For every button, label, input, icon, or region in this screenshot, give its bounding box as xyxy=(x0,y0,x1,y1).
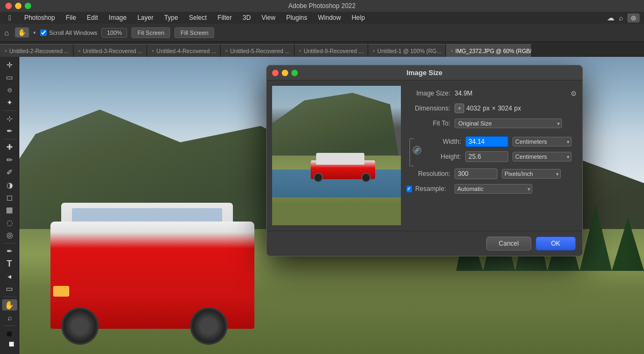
healing-tool[interactable]: ✚ xyxy=(2,142,17,153)
tab-4[interactable]: × Untitled-9-Recovered ... xyxy=(295,44,368,57)
tab-1[interactable]: × Untitled-3-Recovered ... xyxy=(74,44,147,57)
tab-close-6[interactable]: × xyxy=(450,48,453,54)
background-color-swatch[interactable]: ■ xyxy=(4,338,19,350)
resolution-label: Resolution: xyxy=(406,170,455,178)
menu-window[interactable]: Window xyxy=(313,13,345,23)
maximize-button[interactable] xyxy=(25,3,31,9)
history-tool[interactable]: ◑ xyxy=(2,179,17,190)
height-unit-wrapper[interactable]: Centimeters xyxy=(513,152,572,161)
eraser-tool[interactable]: ◻ xyxy=(2,191,17,203)
menu-help[interactable]: Help xyxy=(347,13,369,23)
dimensions-label: Dimensions: xyxy=(406,105,455,112)
height-unit-select[interactable]: Centimeters xyxy=(513,152,572,161)
apple-menu[interactable]:  xyxy=(4,12,16,23)
ok-button[interactable]: OK xyxy=(536,237,576,250)
tab-3[interactable]: × Untitled-5-Recovered ... xyxy=(221,44,294,57)
menu-plugins[interactable]: Plugins xyxy=(282,13,311,23)
window-controls[interactable] xyxy=(5,3,31,9)
tab-close-3[interactable]: × xyxy=(225,48,228,54)
cloud-icon[interactable]: ☁ xyxy=(607,13,614,22)
tab-close-4[interactable]: × xyxy=(299,48,302,54)
hand-dropdown-arrow[interactable]: ▾ xyxy=(33,30,36,35)
image-size-dialog[interactable]: Image Size xyxy=(266,65,583,256)
dodge-tool[interactable]: ◎ xyxy=(2,229,17,240)
dimensions-row: Dimensions: ▾ 4032 px × 3024 px xyxy=(406,101,577,116)
dimensions-chevron[interactable]: ▾ xyxy=(455,104,464,113)
clone-tool[interactable]: ✐ xyxy=(2,167,17,178)
tab-label-3: Untitled-5-Recovered ... xyxy=(230,48,290,54)
dialog-window-controls[interactable] xyxy=(272,70,298,76)
tabs-bar: × Untitled-2-Recovered ... × Untitled-3-… xyxy=(0,42,644,57)
toolbox: ✛ ▭ ⌾ ✦ ⊹ ✒ ✚ ✏ ✐ ◑ ◻ ▦ ◌ ◎ ✒ T ◂ ▭ ✋ ⌕ … xyxy=(0,57,19,354)
menu-file[interactable]: File xyxy=(62,13,80,23)
wh-inputs: Width: Centimeters xyxy=(417,134,577,166)
settings-icon[interactable]: ⚙ xyxy=(570,90,577,98)
fill-screen-button[interactable]: Fill Screen xyxy=(174,27,214,38)
tab-close-0[interactable]: × xyxy=(4,48,7,54)
scroll-all-windows-label[interactable]: Scroll All Windows xyxy=(40,30,97,36)
pen-tool[interactable]: ✒ xyxy=(2,246,17,257)
fit-screen-button[interactable]: Fit Screen xyxy=(131,27,170,38)
tab-close-1[interactable]: × xyxy=(78,48,80,54)
cancel-button[interactable]: Cancel xyxy=(486,237,531,250)
minimize-button[interactable] xyxy=(15,3,21,9)
menu-layer[interactable]: Layer xyxy=(133,13,158,23)
lasso-tool[interactable]: ⌾ xyxy=(2,84,17,95)
resample-checkbox[interactable] xyxy=(406,186,412,193)
shape-tool[interactable]: ▭ xyxy=(2,283,17,294)
link-constraint-icon[interactable]: 🔗 xyxy=(413,146,421,154)
blur-tool[interactable]: ◌ xyxy=(2,217,17,228)
menu-image[interactable]: Image xyxy=(105,13,131,23)
width-input[interactable] xyxy=(465,136,508,147)
menu-photoshop[interactable]: Photoshop xyxy=(20,13,59,23)
dialog-minimize-button[interactable] xyxy=(282,70,288,76)
resample-select[interactable]: Automatic xyxy=(455,184,532,194)
tab-close-2[interactable]: × xyxy=(151,48,154,54)
gradient-tool[interactable]: ▦ xyxy=(2,204,17,216)
tab-5[interactable]: × Untitled-1 @ 100% (RG... xyxy=(368,44,446,57)
fit-to-select[interactable]: Original Size xyxy=(455,119,562,128)
fit-to-row: Fit To: Original Size xyxy=(406,116,577,131)
menu-edit[interactable]: Edit xyxy=(83,13,103,23)
close-button[interactable] xyxy=(5,3,12,9)
zoom-tool[interactable]: ⌕ xyxy=(2,312,17,323)
dialog-maximize-button[interactable] xyxy=(291,70,298,76)
search-icon[interactable]: ⌕ xyxy=(619,13,623,22)
zoom-display[interactable]: 100% xyxy=(101,28,127,38)
menu-type[interactable]: Type xyxy=(160,13,182,23)
constraint-bracket: 🔗 xyxy=(406,134,417,166)
tab-0[interactable]: × Untitled-2-Recovered ... xyxy=(0,44,74,57)
hand-tool[interactable]: ✋ xyxy=(2,299,17,311)
foreground-color-swatch[interactable]: ■ xyxy=(2,328,17,339)
eyedropper-tool[interactable]: ✒ xyxy=(2,126,17,137)
tool-separator-3 xyxy=(3,243,16,244)
resolution-unit-select[interactable]: Pixels/Inch xyxy=(502,169,561,179)
hand-tool-icon[interactable]: ✋ xyxy=(15,27,29,38)
resample-select-wrapper[interactable]: Automatic xyxy=(455,184,532,194)
tab-close-5[interactable]: × xyxy=(372,48,375,54)
fit-to-select-wrapper[interactable]: Original Size xyxy=(455,119,562,128)
height-input[interactable] xyxy=(465,151,508,162)
dimension-inputs-group: 🔗 Width: Centimet xyxy=(406,134,577,166)
magic-wand-tool[interactable]: ✦ xyxy=(2,97,17,108)
user-icon[interactable]: ⊛ xyxy=(627,13,640,23)
tab-6[interactable]: × IMG_2372.JPG @ 60% (RGB/8*) xyxy=(446,44,532,57)
menu-filter[interactable]: Filter xyxy=(213,13,236,23)
marquee-tool[interactable]: ▭ xyxy=(2,71,17,83)
width-unit-select[interactable]: Centimeters xyxy=(513,137,572,146)
scroll-all-windows-checkbox[interactable] xyxy=(40,30,47,36)
menu-3d[interactable]: 3D xyxy=(238,13,255,23)
dialog-close-button[interactable] xyxy=(272,70,279,76)
crop-tool[interactable]: ⊹ xyxy=(2,113,17,124)
brush-tool[interactable]: ✏ xyxy=(2,154,17,165)
path-selection-tool[interactable]: ◂ xyxy=(2,270,17,282)
resolution-input[interactable] xyxy=(455,168,497,179)
menu-select[interactable]: Select xyxy=(185,13,211,23)
home-icon[interactable]: ⌂ xyxy=(4,28,9,37)
resolution-unit-wrapper[interactable]: Pixels/Inch xyxy=(502,169,561,179)
menu-view[interactable]: View xyxy=(257,13,280,23)
tab-2[interactable]: × Untitled-4-Recovered ... xyxy=(147,44,221,57)
width-unit-wrapper[interactable]: Centimeters xyxy=(513,137,572,146)
text-tool[interactable]: T xyxy=(2,258,17,269)
move-tool[interactable]: ✛ xyxy=(2,59,17,70)
